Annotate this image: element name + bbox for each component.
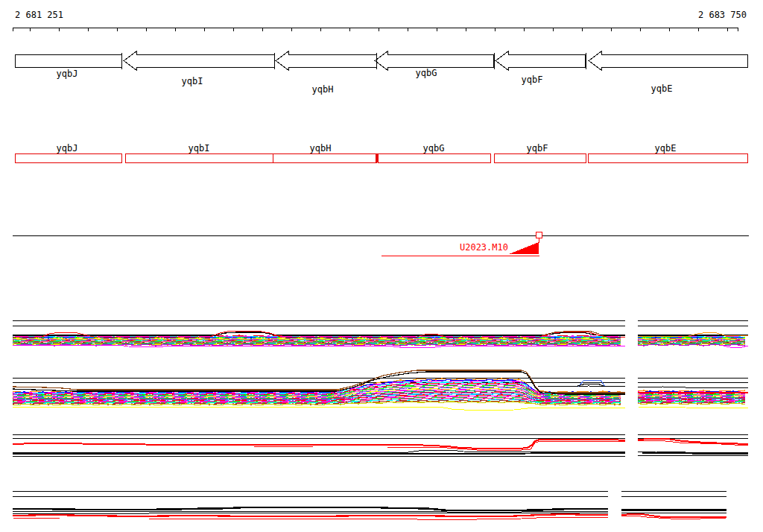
gene-box-label-yqbG: yqbG (423, 144, 445, 153)
gene-label-yqbF: yqbF (522, 75, 543, 84)
ruler-end-coordinate: 2 683 750 (698, 10, 747, 19)
genome-browser-view: 2 681 251 2 683 750 U2023.M10 yqbJyqbIyq… (0, 0, 763, 532)
gene-label-yqbE: yqbE (651, 84, 673, 93)
feature-label[interactable]: U2023.M10 (460, 243, 508, 252)
gene-label-yqbI: yqbI (182, 77, 203, 86)
gene-box-label-yqbE: yqbE (655, 144, 677, 153)
gene-label-yqbH: yqbH (312, 85, 334, 94)
gene-box-label-yqbJ: yqbJ (57, 144, 78, 153)
gene-box-label-yqbH: yqbH (310, 144, 332, 153)
gene-label-yqbG: yqbG (416, 69, 437, 77)
labels-layer: 2 681 251 2 683 750 U2023.M10 yqbJyqbIyq… (0, 0, 763, 532)
ruler-start-coordinate: 2 681 251 (15, 10, 63, 19)
gene-label-yqbJ: yqbJ (57, 69, 78, 78)
gene-box-label-yqbF: yqbF (527, 144, 548, 153)
gene-box-label-yqbI: yqbI (189, 144, 210, 153)
